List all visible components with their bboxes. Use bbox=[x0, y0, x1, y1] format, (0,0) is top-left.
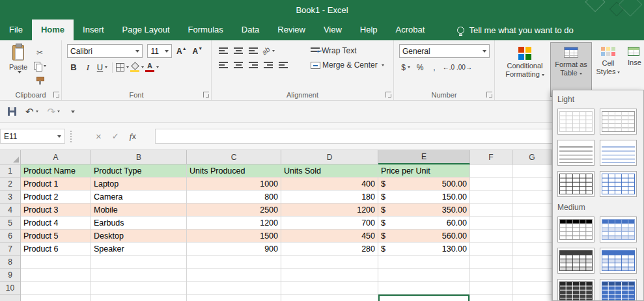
cell-G10[interactable] bbox=[512, 281, 552, 294]
cell-D6[interactable]: 450 bbox=[281, 229, 378, 242]
decrease-indent-button[interactable] bbox=[262, 59, 275, 72]
row-header-8[interactable]: 8 bbox=[0, 255, 21, 268]
table-style-light-3[interactable] bbox=[557, 140, 595, 166]
cell-A2[interactable]: Product 1 bbox=[21, 177, 91, 190]
cell-A4[interactable]: Product 3 bbox=[21, 203, 91, 216]
font-name-select[interactable]: Calibri bbox=[67, 44, 143, 58]
alignment-dialog-launcher[interactable] bbox=[385, 92, 391, 98]
decrease-font-size-button[interactable]: A▼ bbox=[191, 44, 204, 58]
align-center-button[interactable] bbox=[232, 59, 245, 72]
cell-C5[interactable]: 1200 bbox=[187, 216, 281, 229]
row-header-10[interactable]: 10 bbox=[0, 281, 21, 294]
cell-C9[interactable] bbox=[187, 268, 281, 281]
tab-view[interactable]: View bbox=[315, 20, 351, 40]
cell-D2[interactable]: 400 bbox=[281, 177, 378, 190]
tab-page-layout[interactable]: Page Layout bbox=[113, 20, 179, 40]
cell-B7[interactable]: Speaker bbox=[91, 242, 187, 255]
table-style-medium-5[interactable] bbox=[557, 279, 595, 301]
column-header-a[interactable]: A bbox=[21, 150, 91, 164]
row-header-6[interactable]: 6 bbox=[0, 229, 21, 242]
underline-button[interactable]: U bbox=[96, 60, 109, 74]
cell-B6[interactable]: Desktop bbox=[91, 229, 187, 242]
column-header-g[interactable]: G bbox=[512, 150, 552, 164]
italic-button[interactable]: I bbox=[81, 60, 94, 74]
tab-help[interactable]: Help bbox=[351, 20, 387, 40]
orientation-button[interactable]: ab bbox=[262, 44, 275, 58]
wrap-text-button[interactable]: Wrap Text bbox=[311, 44, 389, 58]
number-format-select[interactable]: General bbox=[399, 44, 490, 58]
cell-A6[interactable]: Product 5 bbox=[21, 229, 91, 242]
cell-E2[interactable]: $500.00 bbox=[378, 177, 470, 190]
cell-C3[interactable]: 800 bbox=[187, 190, 281, 203]
table-style-light-2[interactable] bbox=[600, 109, 637, 135]
tab-formulas[interactable]: Formulas bbox=[179, 20, 232, 40]
cell-B3[interactable]: Camera bbox=[91, 190, 187, 203]
cell-D5[interactable]: 700 bbox=[281, 216, 378, 229]
cell-D8[interactable] bbox=[281, 255, 378, 268]
cell-A7[interactable]: Product 6 bbox=[21, 242, 91, 255]
insert-function-button[interactable]: fx bbox=[130, 131, 136, 142]
row-header-11[interactable] bbox=[0, 294, 21, 301]
cell-E5[interactable]: $60.00 bbox=[378, 216, 470, 229]
middle-align-button[interactable] bbox=[232, 44, 245, 58]
align-left-button[interactable] bbox=[217, 59, 230, 72]
save-button[interactable] bbox=[5, 104, 19, 120]
cell-F2[interactable] bbox=[470, 177, 512, 190]
cell-B8[interactable] bbox=[91, 255, 187, 268]
font-size-select[interactable]: 11 bbox=[147, 44, 172, 58]
cell-F7[interactable] bbox=[470, 242, 512, 255]
cell-G6[interactable] bbox=[512, 229, 552, 242]
cell-G5[interactable] bbox=[512, 216, 552, 229]
clipboard-dialog-launcher[interactable] bbox=[53, 92, 59, 98]
tab-data[interactable]: Data bbox=[232, 20, 268, 40]
cell-A8[interactable] bbox=[21, 255, 91, 268]
cell-D4[interactable]: 1200 bbox=[281, 203, 378, 216]
cell-F1[interactable] bbox=[470, 164, 512, 177]
cell-G11[interactable] bbox=[512, 294, 552, 301]
cell-C8[interactable] bbox=[187, 255, 281, 268]
table-style-medium-6[interactable] bbox=[600, 279, 637, 301]
cell-D10[interactable] bbox=[281, 281, 378, 294]
format-painter-button[interactable] bbox=[33, 74, 47, 86]
cell-A10[interactable] bbox=[21, 281, 91, 294]
cancel-icon[interactable] bbox=[96, 131, 102, 142]
cell-E1[interactable]: Price per Unit bbox=[378, 164, 470, 177]
font-dialog-launcher[interactable] bbox=[203, 92, 209, 98]
increase-decimal-button[interactable]: ←.0 bbox=[442, 60, 455, 74]
cell-D1[interactable]: Units Sold bbox=[281, 164, 378, 177]
column-header-e[interactable]: E bbox=[378, 150, 470, 164]
table-style-medium-1[interactable] bbox=[557, 216, 595, 242]
cell-A5[interactable]: Product 4 bbox=[21, 216, 91, 229]
bottom-align-button[interactable] bbox=[247, 44, 260, 58]
cell-G2[interactable] bbox=[512, 177, 552, 190]
cell-B1[interactable]: Product Type bbox=[91, 164, 187, 177]
name-box[interactable]: E11 bbox=[0, 129, 65, 144]
increase-indent-button[interactable] bbox=[277, 59, 290, 72]
decrease-decimal-button[interactable]: .00→ bbox=[456, 60, 472, 74]
format-as-table-button[interactable]: Format as Table bbox=[551, 43, 591, 96]
cell-G4[interactable] bbox=[512, 203, 552, 216]
cell-E8[interactable] bbox=[378, 255, 470, 268]
redo-button[interactable] bbox=[45, 104, 63, 120]
comma-style-button[interactable]: , bbox=[428, 60, 441, 74]
cell-E4[interactable]: $350.00 bbox=[378, 203, 470, 216]
cell-C4[interactable]: 2500 bbox=[187, 203, 281, 216]
copy-button[interactable] bbox=[33, 60, 47, 72]
top-align-button[interactable] bbox=[217, 44, 230, 58]
row-header-2[interactable]: 2 bbox=[0, 177, 21, 190]
insert-cells-button[interactable]: Inse bbox=[625, 43, 644, 96]
conditional-formatting-button[interactable]: Conditional Formatting bbox=[499, 43, 551, 96]
cell-E11[interactable] bbox=[378, 294, 470, 301]
cell-G8[interactable] bbox=[512, 255, 552, 268]
cell-E6[interactable]: $560.00 bbox=[378, 229, 470, 242]
table-style-medium-2[interactable] bbox=[600, 216, 637, 242]
tab-review[interactable]: Review bbox=[268, 20, 315, 40]
bold-button[interactable]: B bbox=[67, 60, 80, 74]
cell-F3[interactable] bbox=[470, 190, 512, 203]
tab-acrobat[interactable]: Acrobat bbox=[387, 20, 434, 40]
cell-B10[interactable] bbox=[91, 281, 187, 294]
enter-icon[interactable] bbox=[112, 131, 119, 141]
cell-styles-button[interactable]: Cell Styles bbox=[591, 43, 625, 96]
tab-file[interactable]: File bbox=[0, 20, 32, 40]
column-header-b[interactable]: B bbox=[91, 150, 187, 164]
